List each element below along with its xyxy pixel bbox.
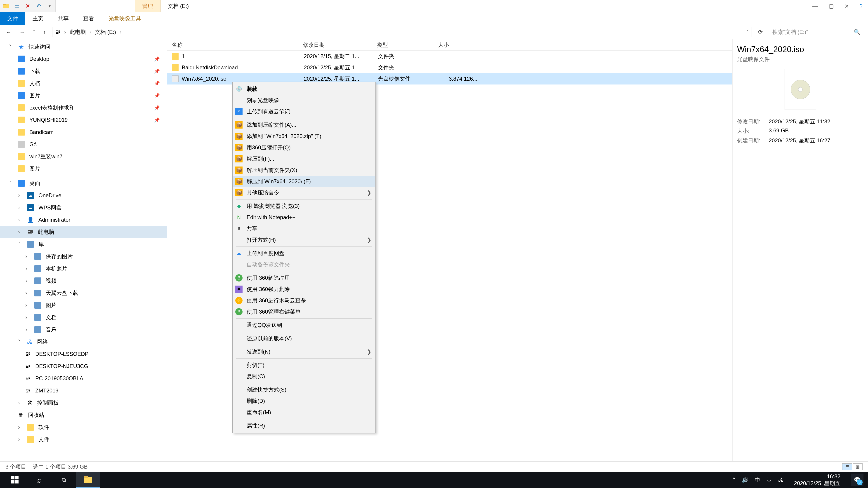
menu-360-delete[interactable]: ✖使用 360强力删除 [233, 284, 375, 295]
close-button[interactable]: × [845, 2, 849, 10]
maximize-button[interactable]: ▢ [829, 3, 834, 9]
menu-rename[interactable]: 重命名(M) [233, 407, 375, 418]
file-row[interactable]: 1 2020/12/15, 星期二 1... 文件夹 [167, 51, 733, 62]
volume-icon[interactable]: 🔊 [742, 477, 748, 483]
tree-excel[interactable]: excel表格制作求和📌 [0, 102, 167, 114]
menu-copy[interactable]: 复制(C) [233, 371, 375, 382]
tree-camera[interactable]: ›本机照片 [0, 263, 167, 275]
tree-desktop[interactable]: Desktop📌 [0, 53, 167, 65]
view-details-button[interactable]: ☰ [842, 463, 852, 470]
tree-win7[interactable]: win7重装win7 [0, 151, 167, 163]
nav-up-button[interactable]: ↑ [41, 29, 48, 35]
menu-notepadpp[interactable]: NEdit with Notepad++ [233, 212, 375, 223]
tab-home[interactable]: 主页 [25, 12, 51, 25]
tree-pc2[interactable]: 🖳DESKTOP-NJEU3CG [0, 360, 167, 372]
tab-view[interactable]: 查看 [76, 12, 101, 25]
tree-thispc[interactable]: ›🖳此电脑 [0, 226, 167, 238]
tree-quick-access[interactable]: ˅★快速访问 [0, 41, 167, 53]
menu-create-shortcut[interactable]: 创建快捷方式(S) [233, 384, 375, 395]
tree-recycle[interactable]: 🗑回收站 [0, 409, 167, 421]
breadcrumb-location[interactable]: 文档 (E:) [95, 29, 116, 36]
tree-yunqishi[interactable]: YUNQISHI2019📌 [0, 114, 167, 126]
address-dropdown-icon[interactable]: ˅ [746, 29, 749, 35]
tree-docs3[interactable]: ›文档 [0, 311, 167, 324]
col-size[interactable]: 大小 [438, 41, 481, 48]
tree-downloads[interactable]: 下载📌 [0, 65, 167, 77]
qat-undo-icon[interactable]: ↶ [35, 3, 42, 9]
menu-open-with[interactable]: 打开方式(H)❯ [233, 234, 375, 246]
task-view-button[interactable]: ⧉ [52, 472, 76, 488]
search-input[interactable]: 搜索"文档 (E:)" 🔍 [769, 27, 864, 37]
menu-properties[interactable]: 属性(R) [233, 420, 375, 431]
nav-recent-dropdown[interactable]: ˅ [31, 30, 37, 35]
tree-network[interactable]: ˅🖧网络 [0, 336, 167, 348]
security-icon[interactable]: 🛡 [767, 477, 772, 483]
breadcrumb[interactable]: 🖳 › 此电脑 › 文档 (E:) › ˅ [52, 27, 752, 37]
tree-pc4[interactable]: 🖳ZMT2019 [0, 385, 167, 397]
minimize-button[interactable]: — [812, 3, 818, 9]
menu-add-zip[interactable]: 📦添加到 "Win7x64_2020.zip" (T) [233, 131, 375, 142]
nav-tree[interactable]: ˅★快速访问 Desktop📌 下载📌 文档📌 图片📌 excel表格制作求和📌… [0, 39, 167, 461]
tree-pics2[interactable]: 图片 [0, 163, 167, 175]
tree-pc3[interactable]: 🖳PC-20190530OBLA [0, 372, 167, 385]
col-type[interactable]: 类型 [377, 41, 438, 48]
action-center-button[interactable]: 💬3 [851, 474, 864, 486]
tree-pics3[interactable]: ›图片 [0, 299, 167, 311]
tree-desktop-root[interactable]: ˅桌面 [0, 177, 167, 189]
nav-back-button[interactable]: ← [4, 29, 13, 35]
menu-mount[interactable]: 💿装载 [233, 84, 375, 95]
column-headers[interactable]: 名称 修改日期 类型 大小 [167, 39, 733, 51]
tree-documents[interactable]: 文档📌 [0, 77, 167, 90]
qat-properties-icon[interactable]: ▭ [14, 3, 20, 9]
menu-youdao[interactable]: Y上传到有道云笔记 [233, 106, 375, 117]
col-name[interactable]: 名称 [172, 41, 303, 48]
tray-chevron-up-icon[interactable]: ˄ [733, 477, 735, 483]
menu-delete[interactable]: 删除(D) [233, 395, 375, 407]
tab-disc-tools[interactable]: 光盘映像工具 [101, 12, 148, 25]
file-row[interactable]: BaiduNetdiskDownload 2020/12/25, 星期五 1..… [167, 62, 733, 73]
tree-libraries[interactable]: ˅库 [0, 238, 167, 250]
menu-extract-here[interactable]: 📦解压到当前文件夹(X) [233, 164, 375, 176]
menu-add-archive[interactable]: 📦添加到压缩文件(A)... [233, 119, 375, 131]
menu-other-compress[interactable]: 📦其他压缩命令❯ [233, 187, 375, 198]
tree-onedrive[interactable]: ›☁OneDrive [0, 189, 167, 201]
tree-music[interactable]: ›音乐 [0, 324, 167, 336]
col-date[interactable]: 修改日期 [303, 41, 377, 48]
menu-burn[interactable]: 刻录光盘映像 [233, 95, 375, 106]
chevron-right-icon[interactable]: › [120, 29, 121, 35]
tree-video[interactable]: ›视频 [0, 275, 167, 287]
menu-baidu-upload[interactable]: ☁上传到百度网盘 [233, 248, 375, 259]
search-icon[interactable]: 🔍 [854, 29, 861, 35]
tree-saved-pics[interactable]: ›保存的图片 [0, 250, 167, 263]
ime-indicator[interactable]: 中 [755, 476, 760, 484]
chevron-right-icon[interactable]: › [64, 29, 66, 35]
tree-admin[interactable]: ›👤Administrator [0, 214, 167, 226]
menu-bee-browser[interactable]: ◆用 蜂蜜浏览器 浏览(3) [233, 200, 375, 212]
help-icon[interactable]: ? [860, 3, 863, 9]
search-button[interactable]: ⌕ [27, 472, 52, 488]
tree-gdrive[interactable]: G:\ [0, 138, 167, 151]
qat-dropdown-icon[interactable]: ▾ [46, 3, 53, 9]
menu-open-360zip[interactable]: 📦用360压缩打开(Q) [233, 142, 375, 153]
nav-forward-button[interactable]: → [18, 29, 27, 35]
menu-360-scan[interactable]: ⚡使用 360进行木马云查杀 [233, 295, 375, 306]
tree-pc1[interactable]: 🖳DESKTOP-LSSOEDP [0, 348, 167, 360]
view-icons-button[interactable]: ▦ [852, 463, 863, 470]
start-button[interactable] [3, 472, 27, 488]
menu-restore-version[interactable]: 还原以前的版本(V) [233, 333, 375, 344]
menu-share[interactable]: ⇪共享 [233, 223, 375, 234]
tree-control-panel[interactable]: ›🛠控制面板 [0, 397, 167, 409]
tree-soft[interactable]: ›软件 [0, 421, 167, 433]
menu-send-to[interactable]: 发送到(N)❯ [233, 346, 375, 357]
menu-qq-send[interactable]: 通过QQ发送到 [233, 320, 375, 331]
menu-cut[interactable]: 剪切(T) [233, 359, 375, 371]
qat-delete-icon[interactable]: ✕ [25, 3, 31, 9]
taskbar-clock[interactable]: 16:32 2020/12/25, 星期五 [790, 473, 844, 487]
chevron-right-icon[interactable]: › [90, 29, 91, 35]
menu-extract-to[interactable]: 📦解压到(F)... [233, 153, 375, 164]
tree-wps[interactable]: ›☁WPS网盘 [0, 201, 167, 214]
taskbar-explorer[interactable] [76, 472, 100, 488]
breadcrumb-thispc[interactable]: 此电脑 [70, 29, 86, 36]
network-icon[interactable]: 🖧 [778, 477, 784, 483]
tree-pictures[interactable]: 图片📌 [0, 90, 167, 102]
